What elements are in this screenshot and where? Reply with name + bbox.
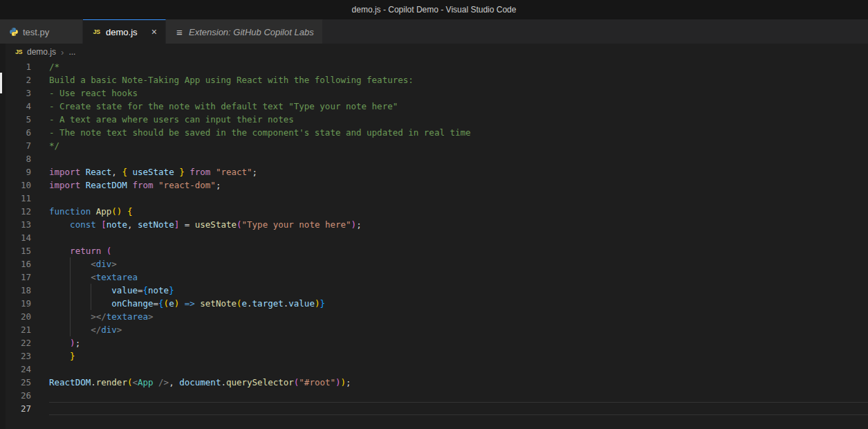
window-title: demo.js - Copilot Demo - Visual Studio C… bbox=[352, 5, 517, 15]
code-token: ( bbox=[111, 206, 117, 217]
breadcrumb-symbol-placeholder[interactable]: ... bbox=[68, 47, 75, 57]
code-token: } bbox=[169, 285, 174, 295]
code-token: ( bbox=[237, 298, 242, 309]
code-token: e bbox=[242, 298, 248, 309]
code-line[interactable]: 9import React, { useState } from "react"… bbox=[0, 165, 868, 179]
code-line[interactable]: 11 bbox=[0, 192, 868, 205]
code-line[interactable]: 15 return ( bbox=[0, 244, 868, 257]
code-token: ReactDOM bbox=[86, 180, 127, 190]
code-text: - A text area where users can input thei… bbox=[49, 113, 868, 126]
code-token: . bbox=[221, 377, 226, 387]
tab-demo-js[interactable]: JSdemo.js× bbox=[83, 19, 166, 44]
code-line[interactable]: 3- Use react hooks bbox=[0, 86, 868, 100]
code-line[interactable]: 10import ReactDOM from "react-dom"; bbox=[0, 179, 868, 192]
code-line[interactable]: 5- A text area where users can input the… bbox=[0, 113, 868, 126]
code-token: ) bbox=[351, 219, 357, 230]
code-token: div bbox=[96, 259, 112, 269]
code-token: < bbox=[91, 259, 96, 269]
code-text: - Create state for the note with default… bbox=[49, 100, 868, 113]
code-line[interactable]: 8 bbox=[0, 152, 868, 165]
code-text: ReactDOM.render(<App />, document.queryS… bbox=[49, 376, 868, 389]
code-line[interactable]: 22 ); bbox=[0, 336, 868, 349]
code-line[interactable]: 7*/ bbox=[0, 139, 868, 152]
code-token bbox=[91, 206, 96, 217]
code-token: ; bbox=[252, 167, 258, 177]
code-text: function App() { bbox=[49, 205, 868, 218]
code-token: > bbox=[148, 311, 154, 322]
code-token: { bbox=[127, 206, 133, 217]
chevron-right-icon: › bbox=[61, 47, 64, 57]
code-text: return ( bbox=[49, 244, 868, 257]
code-text: ); bbox=[49, 336, 868, 349]
code-text: const [note, setNote] = useState("Type y… bbox=[49, 218, 868, 231]
code-token: return bbox=[70, 246, 101, 256]
code-line[interactable]: 20 ></textarea> bbox=[0, 310, 868, 323]
code-line[interactable]: 19 onChange={(e) => setNote(e.target.val… bbox=[0, 297, 868, 310]
code-line[interactable]: 6- The note text should be saved in the … bbox=[0, 126, 868, 139]
code-line[interactable]: 27 bbox=[0, 402, 868, 415]
code-token: e bbox=[169, 298, 174, 309]
indent-guide bbox=[70, 257, 71, 271]
code-line[interactable]: 14 bbox=[0, 231, 868, 244]
code-token: value bbox=[288, 298, 315, 309]
code-token: ; bbox=[346, 377, 351, 387]
indent-guide bbox=[91, 297, 91, 310]
code-text: */ bbox=[49, 139, 868, 152]
code-token: { bbox=[158, 298, 164, 309]
code-line[interactable]: 21 </div> bbox=[0, 323, 868, 336]
tab-label: Extension: GitHub Copilot Labs bbox=[189, 27, 314, 37]
code-line[interactable]: 26 bbox=[0, 389, 868, 402]
code-token bbox=[49, 219, 70, 230]
code-line[interactable]: 25ReactDOM.render(<App />, document.quer… bbox=[0, 376, 868, 389]
code-line[interactable]: 2Build a basic Note-Taking App using Rea… bbox=[0, 73, 868, 86]
code-line[interactable]: 24 bbox=[0, 363, 868, 376]
code-token: ) bbox=[341, 377, 347, 387]
tab-extension-github-copilot-labs[interactable]: ≡Extension: GitHub Copilot Labs bbox=[166, 19, 323, 44]
code-token: App bbox=[138, 377, 154, 387]
code-text: /* bbox=[49, 60, 868, 73]
code-token bbox=[179, 219, 185, 230]
code-text bbox=[49, 152, 868, 165]
code-token: textarea bbox=[96, 272, 138, 282]
close-icon[interactable]: × bbox=[145, 26, 157, 37]
code-line[interactable]: 17 <textarea bbox=[0, 271, 868, 284]
code-token: render bbox=[96, 377, 127, 387]
tab-test-py[interactable]: test.py bbox=[0, 19, 83, 44]
code-line[interactable]: 23 } bbox=[0, 349, 868, 363]
indent-guide bbox=[70, 323, 71, 336]
code-token bbox=[210, 167, 216, 177]
code-token bbox=[80, 180, 86, 190]
code-token: ; bbox=[356, 219, 362, 230]
code-token bbox=[49, 351, 70, 361]
code-line[interactable]: 4- Create state for the note with defaul… bbox=[0, 100, 868, 113]
code-token: useState bbox=[132, 167, 174, 177]
code-token bbox=[154, 377, 159, 387]
code-token: ; bbox=[75, 338, 81, 348]
breadcrumb-file[interactable]: demo.js bbox=[27, 47, 56, 57]
code-token: const bbox=[70, 219, 96, 230]
code-text: onChange={(e) => setNote(e.target.value)… bbox=[49, 297, 868, 310]
code-token: ( bbox=[107, 246, 112, 256]
code-token: setNote bbox=[200, 298, 237, 309]
code-line[interactable]: 18 value={note} bbox=[0, 284, 868, 297]
extension-icon: ≡ bbox=[174, 27, 185, 37]
code-token: "react-dom" bbox=[158, 180, 216, 190]
code-line[interactable]: 13 const [note, setNote] = useState("Typ… bbox=[0, 218, 868, 231]
vscode-window: demo.js - Copilot Demo - Visual Studio C… bbox=[0, 0, 868, 429]
code-text: ></textarea> bbox=[49, 310, 868, 323]
code-token: setNote bbox=[138, 219, 174, 230]
code-line[interactable]: 1/* bbox=[0, 60, 868, 73]
code-token bbox=[80, 167, 86, 177]
code-line[interactable]: 12function App() { bbox=[0, 205, 868, 218]
titlebar: demo.js - Copilot Demo - Visual Studio C… bbox=[0, 0, 868, 19]
code-text: import ReactDOM from "react-dom"; bbox=[49, 179, 868, 192]
code-token: ( bbox=[237, 219, 242, 230]
code-text: </div> bbox=[49, 323, 868, 336]
code-token: value bbox=[111, 285, 138, 295]
code-token: , bbox=[111, 167, 117, 177]
code-token: } bbox=[70, 351, 75, 361]
code-line[interactable]: 16 <div> bbox=[0, 257, 868, 271]
code-token: function bbox=[49, 206, 91, 217]
editor[interactable]: 1/*2Build a basic Note-Taking App using … bbox=[0, 60, 868, 415]
code-token: - Create state for the note with default… bbox=[49, 101, 398, 111]
